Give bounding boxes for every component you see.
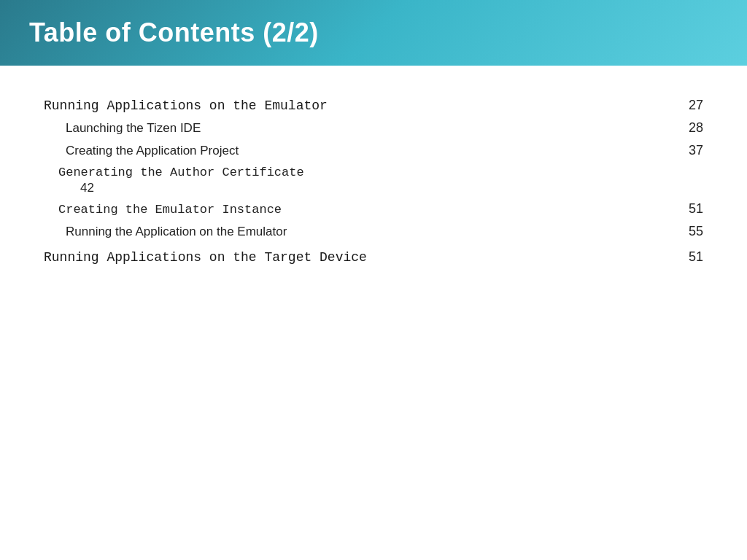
toc-entry-running-apps-emulator: Running Applications on the Emulator 27	[44, 98, 703, 113]
toc-label-creating-app-project: Creating the Application Project	[66, 144, 239, 158]
toc-page-creating-emulator: 51	[674, 201, 703, 217]
toc-entry-creating-app-project: Creating the Application Project 37	[44, 143, 703, 158]
toc-label-creating-emulator: Creating the Emulator Instance	[58, 203, 282, 217]
toc-page-creating-app-project: 37	[674, 143, 703, 158]
toc-entry-generating-author-cert: Generating the Author Certificate	[44, 166, 703, 179]
toc-label-running-apps-target: Running Applications on the Target Devic…	[44, 250, 367, 265]
page-header: Table of Contents (2/2)	[0, 0, 747, 66]
toc-page-42-label: 42	[80, 181, 94, 195]
toc-label-generating-author-cert: Generating the Author Certificate	[58, 166, 304, 179]
toc-entry-launching-tizen-ide: Launching the Tizen IDE 28	[44, 120, 703, 136]
toc-content: Running Applications on the Emulator 27 …	[0, 66, 747, 291]
toc-label-launching-tizen-ide: Launching the Tizen IDE	[66, 121, 201, 136]
toc-entry-creating-emulator: Creating the Emulator Instance 51	[44, 201, 703, 217]
toc-label-running-apps-emulator: Running Applications on the Emulator	[44, 98, 328, 113]
page-title: Table of Contents (2/2)	[29, 18, 319, 48]
toc-entry-running-app-emulator: Running the Application on the Emulator …	[44, 224, 703, 239]
toc-page-cert-below: 42	[80, 181, 703, 195]
toc-page-running-app-emulator: 55	[674, 224, 703, 239]
toc-page-running-apps-emulator: 27	[674, 98, 703, 113]
toc-page-launching-tizen-ide: 28	[674, 120, 703, 136]
toc-entry-running-apps-target: Running Applications on the Target Devic…	[44, 249, 703, 265]
toc-label-running-app-emulator: Running the Application on the Emulator	[66, 225, 287, 239]
toc-page-running-apps-target: 51	[674, 249, 703, 265]
